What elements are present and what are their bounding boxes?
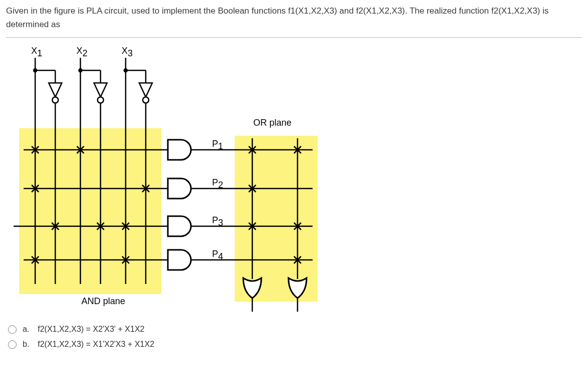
svg-point-8 xyxy=(79,69,82,72)
svg-point-2 xyxy=(34,69,37,72)
and-gate-icon xyxy=(168,216,191,236)
x3-label: X3 xyxy=(122,46,133,58)
option-text: f2(X1,X2,X3) = X1'X2'X3 + X1X2 xyxy=(38,340,154,349)
option-letter: b. xyxy=(23,340,32,349)
figure-container: X1 X2 X3 xyxy=(6,37,582,312)
x2-label: X2 xyxy=(76,46,87,58)
and-gate-icon xyxy=(168,178,191,199)
svg-point-14 xyxy=(124,69,127,72)
answer-options: a. f2(X1,X2,X3) = X2'X3' + X1X2 b. f2(X1… xyxy=(6,322,582,352)
or-plane-bg xyxy=(235,136,318,302)
option-a[interactable]: a. f2(X1,X2,X3) = X2'X3' + X1X2 xyxy=(6,322,582,337)
pla-circuit-diagram: X1 X2 X3 xyxy=(6,43,323,312)
and-plane-bg xyxy=(19,128,161,294)
x1-label: X1 xyxy=(31,46,42,58)
and-gate-icon xyxy=(168,250,191,270)
option-letter: a. xyxy=(23,325,32,334)
and-plane-label: AND plane xyxy=(81,296,125,306)
or-plane-label: OR plane xyxy=(253,118,291,128)
svg-point-9 xyxy=(97,97,104,103)
svg-point-15 xyxy=(143,97,149,103)
option-text: f2(X1,X2,X3) = X2'X3' + X1X2 xyxy=(38,325,144,334)
svg-point-3 xyxy=(52,97,58,103)
option-a-radio[interactable] xyxy=(8,325,17,334)
option-b[interactable]: b. f2(X1,X2,X3) = X1'X2'X3 + X1X2 xyxy=(6,337,582,352)
and-gate-icon xyxy=(168,140,191,160)
option-b-radio[interactable] xyxy=(8,340,17,349)
question-text: Given in the figure is PLA circuit, used… xyxy=(6,4,582,31)
